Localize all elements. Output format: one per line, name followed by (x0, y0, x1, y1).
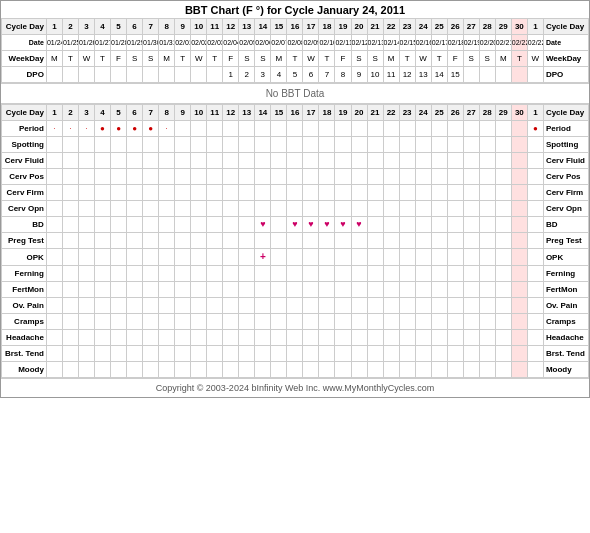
spotting-label-right: Spotting (543, 137, 588, 153)
dpo-11 (207, 67, 223, 83)
ov-pain-row: Ov. Pain Ov. Pain (2, 298, 589, 314)
wd-23: T (399, 51, 415, 67)
bd-label-right: BD (543, 217, 588, 233)
weekday-label-right: WeekDay (543, 51, 588, 67)
weekday-label: WeekDay (2, 51, 47, 67)
cerv-opn-label-right: Cerv Opn (543, 201, 588, 217)
date-17: 02/09 (303, 35, 319, 51)
date-22: 02/14 (383, 35, 399, 51)
date-18: 02/10 (319, 35, 335, 51)
wd-12: F (223, 51, 239, 67)
dpo-31 (527, 67, 543, 83)
date-9: 02/01 (175, 35, 191, 51)
dpo-13: 2 (239, 67, 255, 83)
cerv-firm-label: Cerv Firm (2, 185, 47, 201)
cd-1: 1 (46, 19, 62, 35)
cd-2: 2 (62, 19, 78, 35)
headache-label: Headache (2, 330, 47, 346)
fertmon-row: FertMon FertMon (2, 282, 589, 298)
wd-11: T (207, 51, 223, 67)
dpo-14: 3 (255, 67, 271, 83)
cycle-day-label-right: Cycle Day (543, 19, 588, 35)
dpo-label: DPO (2, 67, 47, 83)
cd-20: 20 (351, 19, 367, 35)
dpo-10 (191, 67, 207, 83)
wd-28: S (479, 51, 495, 67)
date-15: 02/07 (271, 35, 287, 51)
date-row: Date 01/24 01/25 01/26 01/27 01/28 01/29… (2, 35, 589, 51)
period-31: ● (527, 121, 543, 137)
chart-title: BBT Chart (F °) for Cycle January 24, 20… (1, 1, 589, 18)
date-11: 02/03 (207, 35, 223, 51)
cerv-fluid-label: Cerv Fluid (2, 153, 47, 169)
dpo-6 (127, 67, 143, 83)
wd-13: S (239, 51, 255, 67)
cd-9: 9 (175, 19, 191, 35)
date-5: 01/28 (111, 35, 127, 51)
moody-row: Moody Moody (2, 362, 589, 378)
headache-label-right: Headache (543, 330, 588, 346)
cd-31: 1 (527, 19, 543, 35)
opk-14: + (255, 249, 271, 266)
opk-label-right: OPK (543, 249, 588, 266)
dpo-2 (62, 67, 78, 83)
bd-19: ♥ (335, 217, 351, 233)
date-label-right: Date (543, 35, 588, 51)
cd-15: 15 (271, 19, 287, 35)
date-19: 02/11 (335, 35, 351, 51)
opk-row: OPK + OPK (2, 249, 589, 266)
ferning-label: Ferning (2, 266, 47, 282)
date-3: 01/26 (78, 35, 94, 51)
date-8: 01/31 (159, 35, 175, 51)
bd-16: ♥ (287, 217, 303, 233)
date-20: 02/12 (351, 35, 367, 51)
data-cycle-day-label-right: Cycle Day (543, 105, 588, 121)
spotting-row: Spotting Spotting (2, 137, 589, 153)
bd-row: BD ♥ ♥ ♥ ♥ ♥ ♥ BD (2, 217, 589, 233)
date-25: 02/17 (431, 35, 447, 51)
moody-label-right: Moody (543, 362, 588, 378)
date-12: 02/04 (223, 35, 239, 51)
bd-17: ♥ (303, 217, 319, 233)
wd-20: S (351, 51, 367, 67)
wd-29: M (495, 51, 511, 67)
cd-11: 11 (207, 19, 223, 35)
period-4: ● (95, 121, 111, 137)
cramps-row: Cramps Cramps (2, 314, 589, 330)
cd-3: 3 (78, 19, 94, 35)
dpo-30 (511, 67, 527, 83)
cerv-firm-row: Cerv Firm Cerv Firm (2, 185, 589, 201)
brst-tend-row: Brst. Tend Brst. Tend (2, 346, 589, 362)
cd-6: 6 (127, 19, 143, 35)
cerv-pos-label: Cerv Pos (2, 169, 47, 185)
cd-25: 25 (431, 19, 447, 35)
period-5: ● (111, 121, 127, 137)
dpo-23: 12 (399, 67, 415, 83)
dpo-19: 8 (335, 67, 351, 83)
cycle-day-header-row: Cycle Day 1 2 3 4 5 6 7 8 9 10 11 12 13 … (2, 19, 589, 35)
wd-22: M (383, 51, 399, 67)
data-cycle-day-label: Cycle Day (2, 105, 47, 121)
cd-8: 8 (159, 19, 175, 35)
cramps-label-right: Cramps (543, 314, 588, 330)
period-label: Period (2, 121, 47, 137)
date-4: 01/27 (95, 35, 111, 51)
date-13: 02/05 (239, 35, 255, 51)
cd-12: 12 (223, 19, 239, 35)
dpo-25: 14 (431, 67, 447, 83)
wd-10: W (191, 51, 207, 67)
dpo-26: 15 (447, 67, 463, 83)
wd-2: T (62, 51, 78, 67)
period-8: · (159, 121, 175, 137)
wd-8: M (159, 51, 175, 67)
dpo-12: 1 (223, 67, 239, 83)
date-26: 02/18 (447, 35, 463, 51)
bd-20: ♥ (351, 217, 367, 233)
bd-18: ♥ (319, 217, 335, 233)
cd-13: 13 (239, 19, 255, 35)
dpo-20: 9 (351, 67, 367, 83)
cd-4: 4 (95, 19, 111, 35)
cd-7: 7 (143, 19, 159, 35)
wd-30: T (511, 51, 527, 67)
date-label: Date (2, 35, 47, 51)
